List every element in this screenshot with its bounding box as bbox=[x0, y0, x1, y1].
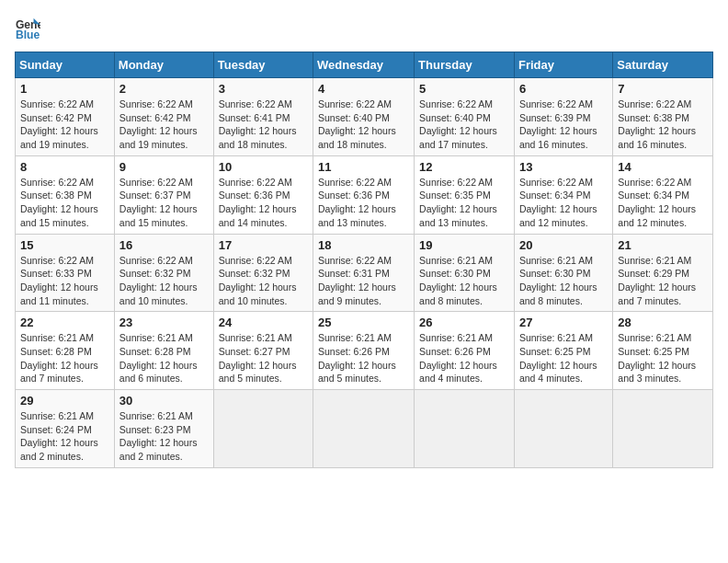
day-detail: Sunrise: 6:22 AM Sunset: 6:40 PM Dayligh… bbox=[419, 98, 509, 152]
day-number: 11 bbox=[318, 160, 409, 174]
day-detail: Sunrise: 6:21 AM Sunset: 6:28 PM Dayligh… bbox=[119, 331, 209, 385]
day-number: 21 bbox=[618, 238, 708, 252]
day-detail: Sunrise: 6:22 AM Sunset: 6:32 PM Dayligh… bbox=[219, 254, 308, 308]
day-number: 19 bbox=[419, 238, 509, 252]
calendar-cell bbox=[514, 390, 612, 468]
day-detail: Sunrise: 6:22 AM Sunset: 6:33 PM Dayligh… bbox=[20, 254, 109, 308]
calendar-cell: 5Sunrise: 6:22 AM Sunset: 6:40 PM Daylig… bbox=[415, 78, 515, 156]
day-detail: Sunrise: 6:22 AM Sunset: 6:36 PM Dayligh… bbox=[318, 176, 409, 230]
day-detail: Sunrise: 6:22 AM Sunset: 6:42 PM Dayligh… bbox=[119, 98, 209, 152]
day-number: 5 bbox=[419, 82, 509, 96]
calendar-cell: 4Sunrise: 6:22 AM Sunset: 6:40 PM Daylig… bbox=[313, 78, 415, 156]
day-detail: Sunrise: 6:21 AM Sunset: 6:23 PM Dayligh… bbox=[119, 409, 209, 464]
day-detail: Sunrise: 6:21 AM Sunset: 6:25 PM Dayligh… bbox=[519, 331, 608, 385]
day-number: 2 bbox=[119, 82, 209, 96]
calendar-week-1: 1Sunrise: 6:22 AM Sunset: 6:42 PM Daylig… bbox=[16, 78, 713, 156]
col-header-sunday: Sunday bbox=[16, 52, 115, 78]
calendar-cell: 23Sunrise: 6:21 AM Sunset: 6:28 PM Dayli… bbox=[114, 312, 213, 390]
day-detail: Sunrise: 6:21 AM Sunset: 6:27 PM Dayligh… bbox=[219, 331, 308, 385]
calendar-cell: 16Sunrise: 6:22 AM Sunset: 6:32 PM Dayli… bbox=[114, 234, 213, 312]
calendar-cell: 28Sunrise: 6:21 AM Sunset: 6:25 PM Dayli… bbox=[613, 312, 713, 390]
calendar-cell: 25Sunrise: 6:21 AM Sunset: 6:26 PM Dayli… bbox=[313, 312, 415, 390]
day-number: 24 bbox=[219, 316, 308, 329]
col-header-tuesday: Tuesday bbox=[213, 52, 313, 78]
day-number: 29 bbox=[20, 394, 109, 408]
svg-text:Blue: Blue bbox=[16, 29, 40, 40]
calendar-cell: 6Sunrise: 6:22 AM Sunset: 6:39 PM Daylig… bbox=[514, 78, 612, 156]
day-number: 18 bbox=[318, 238, 409, 252]
calendar-cell bbox=[213, 390, 313, 468]
day-detail: Sunrise: 6:21 AM Sunset: 6:30 PM Dayligh… bbox=[419, 254, 509, 308]
calendar-cell: 10Sunrise: 6:22 AM Sunset: 6:36 PM Dayli… bbox=[213, 155, 313, 234]
day-number: 23 bbox=[119, 316, 209, 329]
calendar-cell bbox=[415, 390, 515, 468]
day-detail: Sunrise: 6:21 AM Sunset: 6:26 PM Dayligh… bbox=[318, 331, 409, 385]
day-number: 20 bbox=[519, 238, 608, 252]
day-number: 25 bbox=[318, 316, 409, 329]
col-header-wednesday: Wednesday bbox=[313, 52, 415, 78]
calendar-cell: 7Sunrise: 6:22 AM Sunset: 6:38 PM Daylig… bbox=[613, 78, 713, 156]
calendar-cell: 24Sunrise: 6:21 AM Sunset: 6:27 PM Dayli… bbox=[213, 312, 313, 390]
day-number: 15 bbox=[20, 238, 109, 252]
day-number: 10 bbox=[219, 160, 308, 174]
header: General Blue bbox=[15, 15, 713, 40]
day-number: 9 bbox=[119, 160, 209, 174]
day-detail: Sunrise: 6:22 AM Sunset: 6:40 PM Dayligh… bbox=[318, 98, 409, 152]
day-detail: Sunrise: 6:22 AM Sunset: 6:38 PM Dayligh… bbox=[618, 98, 708, 152]
calendar-cell: 11Sunrise: 6:22 AM Sunset: 6:36 PM Dayli… bbox=[313, 155, 415, 234]
calendar-cell: 2Sunrise: 6:22 AM Sunset: 6:42 PM Daylig… bbox=[114, 78, 213, 156]
day-detail: Sunrise: 6:21 AM Sunset: 6:30 PM Dayligh… bbox=[519, 254, 608, 308]
day-number: 12 bbox=[419, 160, 509, 174]
day-detail: Sunrise: 6:22 AM Sunset: 6:39 PM Dayligh… bbox=[519, 98, 608, 152]
day-number: 6 bbox=[519, 82, 608, 96]
logo: General Blue bbox=[15, 15, 44, 40]
calendar-cell bbox=[613, 390, 713, 468]
logo-icon: General Blue bbox=[15, 15, 40, 40]
calendar-cell: 8Sunrise: 6:22 AM Sunset: 6:38 PM Daylig… bbox=[16, 155, 115, 234]
day-detail: Sunrise: 6:22 AM Sunset: 6:34 PM Dayligh… bbox=[519, 176, 608, 230]
calendar-table: SundayMondayTuesdayWednesdayThursdayFrid… bbox=[15, 52, 713, 468]
calendar-week-2: 8Sunrise: 6:22 AM Sunset: 6:38 PM Daylig… bbox=[16, 155, 713, 234]
calendar-cell: 12Sunrise: 6:22 AM Sunset: 6:35 PM Dayli… bbox=[415, 155, 515, 234]
day-number: 4 bbox=[318, 82, 409, 96]
calendar-cell: 15Sunrise: 6:22 AM Sunset: 6:33 PM Dayli… bbox=[16, 234, 115, 312]
day-detail: Sunrise: 6:21 AM Sunset: 6:28 PM Dayligh… bbox=[20, 331, 109, 385]
day-number: 8 bbox=[20, 160, 109, 174]
day-number: 28 bbox=[618, 316, 708, 329]
calendar-cell: 30Sunrise: 6:21 AM Sunset: 6:23 PM Dayli… bbox=[114, 390, 213, 468]
day-detail: Sunrise: 6:21 AM Sunset: 6:25 PM Dayligh… bbox=[618, 331, 708, 385]
day-number: 30 bbox=[119, 394, 209, 408]
day-detail: Sunrise: 6:22 AM Sunset: 6:42 PM Dayligh… bbox=[20, 98, 109, 152]
day-number: 3 bbox=[219, 82, 308, 96]
day-detail: Sunrise: 6:22 AM Sunset: 6:35 PM Dayligh… bbox=[419, 176, 509, 230]
day-detail: Sunrise: 6:22 AM Sunset: 6:37 PM Dayligh… bbox=[119, 176, 209, 230]
calendar-cell bbox=[313, 390, 415, 468]
calendar-cell: 14Sunrise: 6:22 AM Sunset: 6:34 PM Dayli… bbox=[613, 155, 713, 234]
day-number: 17 bbox=[219, 238, 308, 252]
calendar-week-4: 22Sunrise: 6:21 AM Sunset: 6:28 PM Dayli… bbox=[16, 312, 713, 390]
day-number: 27 bbox=[519, 316, 608, 329]
calendar-week-3: 15Sunrise: 6:22 AM Sunset: 6:33 PM Dayli… bbox=[16, 234, 713, 312]
calendar-cell: 13Sunrise: 6:22 AM Sunset: 6:34 PM Dayli… bbox=[514, 155, 612, 234]
calendar-cell: 9Sunrise: 6:22 AM Sunset: 6:37 PM Daylig… bbox=[114, 155, 213, 234]
day-number: 22 bbox=[20, 316, 109, 329]
day-detail: Sunrise: 6:22 AM Sunset: 6:36 PM Dayligh… bbox=[219, 176, 308, 230]
day-detail: Sunrise: 6:22 AM Sunset: 6:32 PM Dayligh… bbox=[119, 254, 209, 308]
calendar-cell: 21Sunrise: 6:21 AM Sunset: 6:29 PM Dayli… bbox=[613, 234, 713, 312]
day-detail: Sunrise: 6:21 AM Sunset: 6:24 PM Dayligh… bbox=[20, 409, 109, 464]
col-header-monday: Monday bbox=[114, 52, 213, 78]
calendar-cell: 18Sunrise: 6:22 AM Sunset: 6:31 PM Dayli… bbox=[313, 234, 415, 312]
calendar-cell: 19Sunrise: 6:21 AM Sunset: 6:30 PM Dayli… bbox=[415, 234, 515, 312]
day-detail: Sunrise: 6:22 AM Sunset: 6:34 PM Dayligh… bbox=[618, 176, 708, 230]
col-header-thursday: Thursday bbox=[415, 52, 515, 78]
day-detail: Sunrise: 6:22 AM Sunset: 6:38 PM Dayligh… bbox=[20, 176, 109, 230]
day-number: 26 bbox=[419, 316, 509, 329]
calendar-cell: 17Sunrise: 6:22 AM Sunset: 6:32 PM Dayli… bbox=[213, 234, 313, 312]
day-number: 1 bbox=[20, 82, 109, 96]
day-number: 16 bbox=[119, 238, 209, 252]
day-detail: Sunrise: 6:21 AM Sunset: 6:26 PM Dayligh… bbox=[419, 331, 509, 385]
calendar-cell: 3Sunrise: 6:22 AM Sunset: 6:41 PM Daylig… bbox=[213, 78, 313, 156]
calendar-cell: 29Sunrise: 6:21 AM Sunset: 6:24 PM Dayli… bbox=[16, 390, 115, 468]
calendar-cell: 1Sunrise: 6:22 AM Sunset: 6:42 PM Daylig… bbox=[16, 78, 115, 156]
day-number: 13 bbox=[519, 160, 608, 174]
